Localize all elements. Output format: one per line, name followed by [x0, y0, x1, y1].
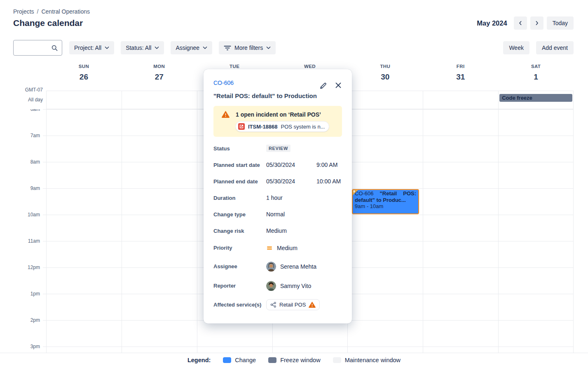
week-view-button[interactable]: Week	[503, 41, 529, 54]
field-duration: Duration 1 hour	[213, 190, 342, 206]
legend-label: Freeze window	[280, 357, 321, 363]
timezone-label: GMT-07	[0, 87, 43, 93]
end-date-value: 05/30/2024	[266, 178, 312, 185]
field-priority: Priority Medium	[213, 239, 342, 257]
popup-title: "Retail POS: default" to Production	[213, 92, 342, 100]
breadcrumb-projects-link[interactable]: Projects	[13, 8, 34, 15]
priority-medium-icon	[266, 245, 273, 251]
day-header-thu: THU 30	[347, 60, 423, 82]
legend-label: Change	[235, 357, 256, 363]
more-filters-dropdown[interactable]: More filters	[219, 41, 276, 54]
day-column-sat[interactable]	[498, 109, 574, 353]
field-label: Change type	[213, 211, 266, 218]
prev-month-button[interactable]	[514, 16, 527, 30]
service-graph-icon	[270, 302, 276, 308]
hour-label: 11am	[0, 238, 40, 244]
all-day-cell-fri[interactable]	[423, 91, 498, 109]
legend: Legend: Change Freeze window Maintenance…	[0, 357, 588, 363]
day-column-sun[interactable]	[46, 109, 122, 353]
day-column-mon[interactable]	[122, 109, 197, 353]
legend-item-change: Change	[223, 357, 256, 363]
incident-type-icon	[238, 123, 245, 130]
breadcrumb-central-operations-link[interactable]: Central Operations	[41, 8, 90, 15]
status-filter-dropdown[interactable]: Status: All	[121, 41, 164, 54]
all-day-cell-mon[interactable]	[122, 91, 197, 109]
day-header-sun: SUN 26	[46, 60, 122, 82]
incident-warning-banner: 1 open incident on ‘Retail POS’ ITSM-188…	[213, 106, 342, 137]
day-name: TUE	[197, 64, 272, 69]
start-time-value: 9:00 AM	[316, 162, 337, 168]
field-label: Assignee	[213, 263, 266, 269]
day-column-thu[interactable]	[347, 109, 423, 353]
code-freeze-event[interactable]: Code freeze	[499, 94, 572, 102]
chevron-down-icon	[155, 46, 159, 49]
field-status: Status REVIEW	[213, 140, 342, 157]
breadcrumb: Projects / Central Operations	[13, 8, 90, 15]
status-badge: REVIEW	[266, 145, 290, 152]
assignee-avatar	[266, 262, 276, 272]
hour-label: 6am	[0, 109, 40, 112]
hour-label: 7am	[0, 133, 40, 138]
day-column-fri[interactable]	[423, 109, 498, 353]
field-planned-end: Planned end date 05/30/202410:00 AM	[213, 173, 342, 190]
priority-value: Medium	[277, 245, 298, 251]
field-label: Planned end date	[213, 178, 266, 185]
change-event-co-606[interactable]: CO-606 "Retail POS: default" to Produc..…	[352, 189, 419, 214]
edit-pencil-icon[interactable]	[319, 82, 327, 90]
field-label: Reporter	[213, 283, 266, 289]
legend-item-maintenance-window: Maintenance window	[333, 357, 401, 363]
incident-key: ITSM-18868	[248, 124, 278, 130]
start-date-value: 05/30/2024	[266, 162, 312, 168]
legend-title: Legend:	[187, 357, 211, 363]
search-icon	[51, 44, 58, 52]
field-label: Duration	[213, 195, 266, 201]
more-filters-label: More filters	[234, 44, 263, 51]
change-risk-value: Medium	[266, 227, 287, 234]
all-day-cell-thu[interactable]	[347, 91, 423, 109]
month-navigation: May 2024 Today	[477, 16, 574, 30]
chevron-left-icon	[518, 20, 523, 26]
maintenance-window-color-swatch	[333, 357, 341, 363]
today-button[interactable]: Today	[547, 16, 574, 30]
day-header-sat: SAT 1	[498, 60, 574, 82]
reporter-value: Sammy Vito	[280, 283, 311, 289]
hour-label: 10am	[0, 212, 40, 218]
duration-value: 1 hour	[266, 194, 283, 201]
month-label: May 2024	[477, 19, 507, 27]
day-header-mon: MON 27	[122, 60, 197, 82]
day-number: 31	[423, 73, 498, 82]
all-day-cell-sun[interactable]	[46, 91, 122, 109]
incident-warning-message: 1 open incident on ‘Retail POS’	[236, 111, 321, 118]
search-input[interactable]	[14, 40, 49, 55]
event-time: 9am - 10am	[355, 203, 416, 210]
field-label: Affected service(s)	[213, 302, 266, 308]
affected-service-pill[interactable]: Retail POS	[266, 299, 320, 310]
service-warning-triangle-icon	[309, 302, 316, 308]
warning-triangle-icon	[222, 111, 230, 118]
project-filter-dropdown[interactable]: Project: All	[69, 41, 114, 54]
day-name: MON	[122, 64, 197, 69]
day-number: 26	[46, 73, 122, 82]
day-number: 27	[122, 73, 197, 82]
issue-key-link[interactable]: CO-606	[213, 79, 234, 87]
all-day-label: All day	[0, 97, 43, 103]
assignee-value: Serena Mehta	[280, 263, 316, 270]
day-name: SAT	[498, 64, 574, 69]
add-event-button[interactable]: Add event	[536, 41, 574, 54]
legend-label: Maintenance window	[345, 357, 401, 363]
linked-incident-pill[interactable]: ITSM-18868 POS system is n...	[235, 121, 329, 132]
close-icon[interactable]	[335, 82, 342, 90]
day-number: 1	[498, 73, 574, 82]
hour-label: 12pm	[0, 265, 40, 270]
assignee-filter-dropdown[interactable]: Assignee	[171, 41, 212, 54]
field-label: Priority	[213, 245, 266, 251]
page-title: Change calendar	[13, 18, 83, 28]
incident-summary: POS system is n...	[281, 124, 325, 130]
hour-label: 1pm	[0, 291, 40, 297]
all-day-cell-sat[interactable]: Code freeze	[498, 91, 574, 109]
next-month-button[interactable]	[530, 16, 543, 30]
hour-label: 2pm	[0, 317, 40, 323]
chevron-down-icon	[266, 46, 271, 49]
reporter-avatar	[266, 281, 276, 291]
chevron-right-icon	[534, 20, 540, 26]
